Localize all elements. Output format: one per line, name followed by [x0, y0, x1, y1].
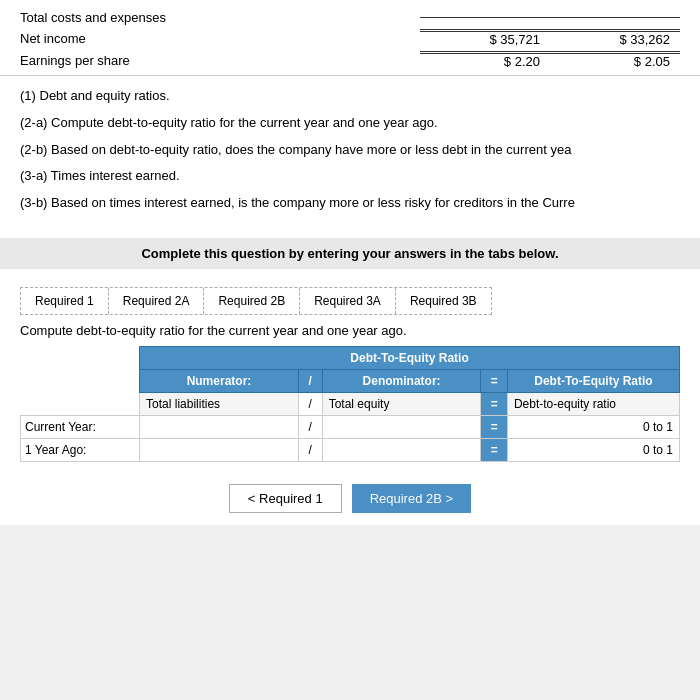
- tab-description: Compute debt-to-equity ratio for the cur…: [0, 315, 700, 346]
- tab-required-2b[interactable]: Required 2B: [204, 288, 300, 314]
- instructions: (1) Debt and equity ratios. (2-a) Comput…: [0, 76, 700, 230]
- total-costs-value1: [420, 17, 550, 18]
- tab-required-1[interactable]: Required 1: [21, 288, 109, 314]
- 1year-ago-denominator-input[interactable]: [329, 443, 475, 457]
- row-1year-ago-label: 1 Year Ago:: [21, 438, 140, 461]
- eps-row: Earnings per share $ 2.20 $ 2.05: [20, 49, 680, 71]
- header-denominator: Denominator:: [322, 369, 481, 392]
- instruction-4: (3-a) Times interest earned.: [20, 166, 680, 187]
- row-1year-ago-slash: /: [298, 438, 322, 461]
- nav-buttons: < Required 1 Required 2B >: [0, 472, 700, 525]
- subheader-slash: /: [298, 392, 322, 415]
- eps-label: Earnings per share: [20, 53, 420, 68]
- total-costs-label: Total costs and expenses: [20, 10, 420, 25]
- financial-summary: Total costs and expenses Net income $ 35…: [0, 0, 700, 76]
- tabs-container: Required 1 Required 2A Required 2B Requi…: [0, 277, 700, 315]
- header-result: Debt-To-Equity Ratio: [507, 369, 679, 392]
- ratio-table: Debt-To-Equity Ratio Numerator: / Denomi…: [20, 346, 680, 462]
- row-current-year-denominator-cell[interactable]: [322, 415, 481, 438]
- row-1year-ago-denominator-cell[interactable]: [322, 438, 481, 461]
- total-costs-row: Total costs and expenses: [20, 8, 680, 27]
- row-current-year-slash: /: [298, 415, 322, 438]
- table-title: Debt-To-Equity Ratio: [140, 346, 680, 369]
- row-1year-ago-numerator-cell[interactable]: [140, 438, 299, 461]
- tab-required-2a[interactable]: Required 2A: [109, 288, 205, 314]
- current-year-denominator-input[interactable]: [329, 420, 475, 434]
- 1year-ago-numerator-input[interactable]: [146, 443, 292, 457]
- header-slash: /: [298, 369, 322, 392]
- instruction-2: (2-a) Compute debt-to-equity ratio for t…: [20, 113, 680, 134]
- tabs-row: Required 1 Required 2A Required 2B Requi…: [20, 287, 492, 315]
- tab-required-3b[interactable]: Required 3B: [396, 288, 491, 314]
- table-section: Debt-To-Equity Ratio Numerator: / Denomi…: [0, 346, 700, 472]
- instruction-1: (1) Debt and equity ratios.: [20, 86, 680, 107]
- table-row: 1 Year Ago: / = 0 to 1: [21, 438, 680, 461]
- row-1year-ago-result: 0 to 1: [507, 438, 679, 461]
- subheader-denominator: Total equity: [322, 392, 481, 415]
- prev-button[interactable]: < Required 1: [229, 484, 342, 513]
- row-current-year-result: 0 to 1: [507, 415, 679, 438]
- row-1year-ago-equals: =: [481, 438, 507, 461]
- instruction-5: (3-b) Based on times interest earned, is…: [20, 193, 680, 214]
- subheader-equals: =: [481, 392, 507, 415]
- tab-required-3a[interactable]: Required 3A: [300, 288, 396, 314]
- row-current-year-label: Current Year:: [21, 415, 140, 438]
- net-income-value1: $ 35,721: [420, 29, 550, 47]
- complete-box: Complete this question by entering your …: [0, 238, 700, 269]
- net-income-value2: $ 33,262: [550, 29, 680, 47]
- total-costs-value2: [550, 17, 680, 18]
- row-current-year-equals: =: [481, 415, 507, 438]
- subheader-numerator: Total liabilities: [140, 392, 299, 415]
- current-year-numerator-input[interactable]: [146, 420, 292, 434]
- net-income-row: Net income $ 35,721 $ 33,262: [20, 27, 680, 49]
- eps-value2: $ 2.05: [550, 51, 680, 69]
- complete-text: Complete this question by entering your …: [141, 246, 558, 261]
- next-button[interactable]: Required 2B >: [352, 484, 471, 513]
- header-numerator: Numerator:: [140, 369, 299, 392]
- page: Total costs and expenses Net income $ 35…: [0, 0, 700, 525]
- table-row: Current Year: / = 0 to 1: [21, 415, 680, 438]
- subheader-result: Debt-to-equity ratio: [507, 392, 679, 415]
- instruction-3: (2-b) Based on debt-to-equity ratio, doe…: [20, 140, 680, 161]
- eps-value1: $ 2.20: [420, 51, 550, 69]
- row-current-year-numerator-cell[interactable]: [140, 415, 299, 438]
- header-equals: =: [481, 369, 507, 392]
- net-income-label: Net income: [20, 31, 420, 46]
